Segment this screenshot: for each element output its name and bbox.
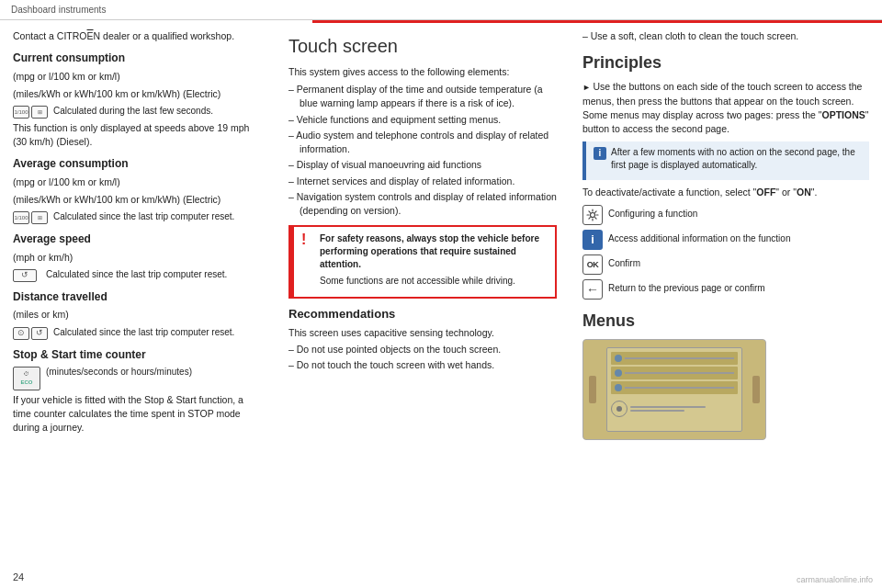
section-stop-start: Stop & Start time counter ⏱ ECO (minutes… xyxy=(13,347,263,435)
functions-list: Configuring a function i Access addition… xyxy=(582,205,869,300)
principles-heading: Principles xyxy=(582,51,869,74)
avg-cons-sub1: (mpg or l/100 km or km/l) xyxy=(13,175,263,189)
touch-item-2: – Vehicle functions and equipment settin… xyxy=(288,113,557,127)
warning-icon: ! xyxy=(301,232,314,247)
menu-row-1 xyxy=(611,352,738,365)
warning-box: ! For safety reasons, always stop the ve… xyxy=(288,225,557,299)
col-mid: Touch screen This system gives access to… xyxy=(276,20,570,588)
menu-line-3 xyxy=(625,387,734,389)
menu-row-3 xyxy=(611,381,738,394)
touch-screen-items: – Permanent display of the time and outs… xyxy=(288,83,557,218)
func-row-info: i Access additional information on the f… xyxy=(582,230,869,250)
menus-heading: Menus xyxy=(582,309,869,333)
avg-consumption-icon-2: ⊞ xyxy=(31,211,48,224)
header-bar: Dashboard instruments xyxy=(0,0,882,20)
section-average-speed: Average speed (mph or km/h) ↺ Calculated… xyxy=(13,232,263,282)
info-box: i After a few moments with no action on … xyxy=(582,141,869,180)
menu-screen xyxy=(606,347,742,432)
deactivate-text: To deactivate/activate a function, selec… xyxy=(582,186,869,199)
menu-circle-icon xyxy=(611,401,628,417)
back-func-icon: ← xyxy=(582,279,603,300)
info-box-icon: i xyxy=(594,147,606,160)
heading-average-consumption: Average consumption xyxy=(13,156,263,172)
touch-screen-intro: This system gives access to the followin… xyxy=(288,65,557,79)
func-row-configure: Configuring a function xyxy=(582,205,869,225)
heading-distance-travelled: Distance travelled xyxy=(13,289,263,305)
avg-cons-sub2: (miles/kWh or kWh/100 km or km/kWh) (Ele… xyxy=(13,193,263,207)
avg-speed-icon: ↺ xyxy=(13,269,37,282)
header-red-line xyxy=(312,20,882,23)
touch-screen-heading: Touch screen xyxy=(288,33,557,60)
avg-speed-sub: (mph or km/h) xyxy=(13,251,263,265)
current-cons-icons: 1/100 ⊞ xyxy=(13,106,48,119)
bullet-arrow-icon: ► xyxy=(582,83,593,92)
main-content: Contact a CITROEN dealer or a qualified … xyxy=(0,20,882,588)
func-row-ok: OK Confirm xyxy=(582,254,869,275)
avg-speed-icons: ↺ xyxy=(13,269,40,282)
distance-icon-2: ↺ xyxy=(31,327,48,340)
func-configure-label: Configuring a function xyxy=(608,205,869,220)
eco-icon: ⏱ ECO xyxy=(13,367,40,390)
distance-text: Calculated since the last trip computer … xyxy=(53,326,263,340)
options-label: OPTIONS xyxy=(822,109,865,120)
func-ok-label: Confirm xyxy=(608,254,869,270)
menu-right-icons xyxy=(630,406,738,412)
off-label: OFF xyxy=(756,187,775,198)
rec-item-2: – Do not touch the touch screen with wet… xyxy=(288,358,557,372)
principles-intro: ► Use the buttons on each side of the to… xyxy=(582,80,869,136)
current-cons-sub2: (miles/kWh or kWh/100 km or km/kWh) (Ele… xyxy=(13,87,263,101)
avg-speed-icon-row: ↺ Calculated since the last trip compute… xyxy=(13,268,263,282)
avg-cons-icon-row: 1/100 ⊞ Calculated since the last trip c… xyxy=(13,210,263,224)
info-box-text: After a few moments with no action on th… xyxy=(611,146,862,172)
configure-icon xyxy=(582,205,603,225)
func-back-label: Return to the previous page or confirm xyxy=(608,279,869,295)
current-cons-text: Calculated during the last few seconds. xyxy=(53,105,263,119)
touch-item-3: – Audio system and telephone controls an… xyxy=(288,129,557,156)
menu-icon-dot-1 xyxy=(615,355,622,362)
warning-title: For safety reasons, always stop the vehi… xyxy=(320,232,548,271)
distance-icons: ⊙ ↺ xyxy=(13,327,48,340)
touch-item-6: – Navigation system controls and display… xyxy=(288,190,557,218)
side-button-left xyxy=(589,376,596,403)
ok-func-icon: OK xyxy=(582,254,603,275)
col-right: – Use a soft, clean cloth to clean the t… xyxy=(570,20,882,588)
rec-item-3: – Use a soft, clean cloth to clean the t… xyxy=(582,29,869,43)
menu-icon-dot-3 xyxy=(615,384,622,391)
stop-start-body: If your vehicle is fitted with the Stop … xyxy=(13,393,263,435)
menu-row-2 xyxy=(611,367,738,379)
intro-text: Contact a CITROEN dealer or a qualified … xyxy=(13,29,263,43)
col-left: Contact a CITROEN dealer or a qualified … xyxy=(0,20,276,588)
menu-line-2 xyxy=(625,372,734,374)
info-func-icon: i xyxy=(582,230,603,250)
svg-point-0 xyxy=(591,213,595,218)
touch-item-4: – Display of visual manoeuvring aid func… xyxy=(288,158,557,172)
heading-stop-start: Stop & Start time counter xyxy=(13,347,263,363)
avg-cons-icons: 1/100 ⊞ xyxy=(13,211,48,224)
side-button-right xyxy=(752,376,760,403)
on-label: ON xyxy=(797,187,811,198)
distance-sub: (miles or km) xyxy=(13,308,263,322)
touch-item-5: – Internet services and display of relat… xyxy=(288,175,557,188)
stop-start-icons: ⏱ ECO xyxy=(13,367,40,390)
avg-cons-text: Calculated since the last trip computer … xyxy=(53,210,263,224)
current-cons-body: This function is only displayed at speed… xyxy=(13,121,263,149)
page-number: 24 xyxy=(13,571,24,582)
func-row-back: ← Return to the previous page or confirm xyxy=(582,279,869,300)
header-title: Dashboard instruments xyxy=(11,5,871,15)
rec-item-1: – Do not use pointed objects on the touc… xyxy=(288,343,557,356)
consumption-icon-2: ⊞ xyxy=(31,106,48,119)
stop-start-text: (minutes/seconds or hours/minutes) xyxy=(46,366,263,379)
current-cons-sub1: (mpg or l/100 km or km/l) xyxy=(13,70,263,84)
distance-icon-1: ⊙ xyxy=(13,327,29,340)
menu-image xyxy=(582,339,766,440)
consumption-icon-1: 1/100 xyxy=(13,106,29,119)
section-current-consumption: Current consumption (mpg or l/100 km or … xyxy=(13,51,263,149)
heading-average-speed: Average speed xyxy=(13,232,263,247)
avg-speed-text: Calculated since the last trip computer … xyxy=(46,268,263,282)
recommendations-heading: Recommendations xyxy=(288,306,557,323)
distance-icon-row: ⊙ ↺ Calculated since the last trip compu… xyxy=(13,326,263,340)
touch-item-1: – Permanent display of the time and outs… xyxy=(288,83,557,110)
current-cons-icon-row: 1/100 ⊞ Calculated during the last few s… xyxy=(13,105,263,119)
menu-line-1 xyxy=(625,357,734,359)
section-distance-travelled: Distance travelled (miles or km) ⊙ ↺ Cal… xyxy=(13,289,263,340)
